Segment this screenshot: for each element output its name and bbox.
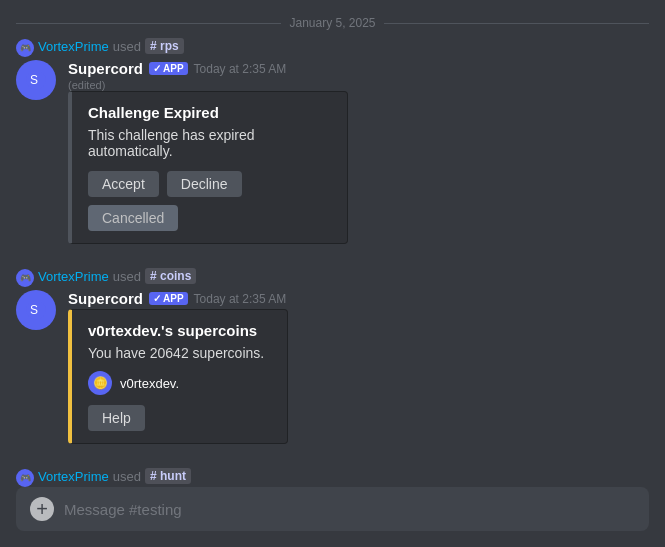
message-content-2: Supercord ✓ APP Today at 2:35 AM v0rtexd… (68, 290, 649, 452)
challenge-title: Challenge Expired (88, 104, 331, 121)
coins-desc: You have 20642 supercoins. (88, 345, 271, 361)
checkmark-icon-2: ✓ (153, 293, 161, 304)
svg-text:S: S (30, 303, 38, 317)
small-avatar-3: 🎮 (16, 469, 34, 487)
small-avatar-1: 🎮 (16, 39, 34, 57)
used-text-1: used (113, 39, 141, 54)
message-content-1: Supercord ✓ APP Today at 2:35 AM (edited… (68, 60, 649, 252)
used-command-row-2: 🎮 VortexPrime used # coins (16, 268, 649, 288)
mini-avatar: 🪙 (88, 371, 112, 395)
decline-button[interactable]: Decline (167, 171, 242, 197)
used-command-row-1: 🎮 VortexPrime used # rps (16, 38, 649, 58)
used-by-1: VortexPrime used # rps (38, 38, 184, 54)
coins-username: v0rtexdev. (120, 376, 179, 391)
message-input-area: + Message #testing (0, 487, 665, 547)
checkmark-icon-1: ✓ (153, 63, 161, 74)
command-tag-3: # hunt (145, 468, 191, 484)
message-input-container: + Message #testing (16, 487, 649, 531)
used-by-3: VortexPrime used # hunt (38, 468, 191, 484)
coins-user-row: 🪙 v0rtexdev. (88, 371, 271, 395)
username-vortex-2: VortexPrime (38, 269, 109, 284)
message-input-placeholder[interactable]: Message #testing (64, 501, 635, 518)
message-group-1: S Supercord ✓ APP Today at 2:35 AM (edit… (16, 60, 649, 252)
command-tag-2: # coins (145, 268, 196, 284)
command-tag-1: # rps (145, 38, 184, 54)
add-attachment-button[interactable]: + (30, 497, 54, 521)
cancelled-button[interactable]: Cancelled (88, 205, 178, 231)
date-divider: January 5, 2025 (16, 16, 649, 30)
app-tag-1: ✓ APP (149, 62, 188, 75)
edited-1: (edited) (68, 79, 649, 91)
message-header-2: Supercord ✓ APP Today at 2:35 AM (68, 290, 649, 307)
coins-card: v0rtexdev.'s supercoins You have 20642 s… (68, 309, 288, 444)
message-group-2: S Supercord ✓ APP Today at 2:35 AM v0rte… (16, 290, 649, 452)
help-button[interactable]: Help (88, 405, 145, 431)
timestamp-2: Today at 2:35 AM (194, 292, 287, 306)
app-tag-label-2: APP (163, 293, 184, 304)
avatar-supercord-2: S (16, 290, 56, 330)
timestamp-1: Today at 2:35 AM (194, 62, 287, 76)
accept-button[interactable]: Accept (88, 171, 159, 197)
username-vortex-1: VortexPrime (38, 39, 109, 54)
coins-title: v0rtexdev.'s supercoins (88, 322, 271, 339)
avatar-supercord-1: S (16, 60, 56, 100)
challenge-button-row: Accept Decline Cancelled (88, 171, 331, 231)
challenge-desc: This challenge has expired automatically… (88, 127, 331, 159)
used-by-2: VortexPrime used # coins (38, 268, 196, 284)
used-text-3: used (113, 469, 141, 484)
app-tag-2: ✓ APP (149, 292, 188, 305)
svg-text:S: S (30, 73, 38, 87)
challenge-card: Challenge Expired This challenge has exp… (68, 91, 348, 244)
small-avatar-2: 🎮 (16, 269, 34, 287)
bot-name-1: Supercord (68, 60, 143, 77)
messages-area: January 5, 2025 🎮 VortexPrime used # rps… (0, 0, 665, 487)
message-header-1: Supercord ✓ APP Today at 2:35 AM (68, 60, 649, 77)
used-text-2: used (113, 269, 141, 284)
date-label: January 5, 2025 (289, 16, 375, 30)
used-command-row-3: 🎮 VortexPrime used # hunt (16, 468, 649, 487)
app-tag-label-1: APP (163, 63, 184, 74)
username-vortex-3: VortexPrime (38, 469, 109, 484)
bot-name-2: Supercord (68, 290, 143, 307)
